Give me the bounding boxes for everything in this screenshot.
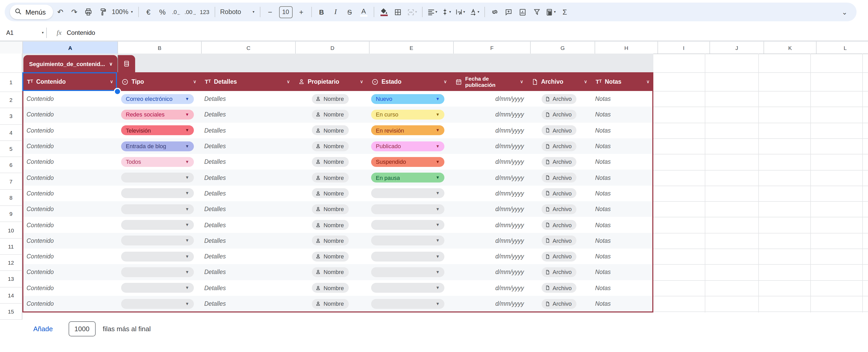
type-dropdown-chip[interactable]: ▼ <box>121 204 194 214</box>
functions-button[interactable]: Σ <box>558 5 571 19</box>
header-contenido[interactable]: TT Contenido∨ <box>22 72 117 91</box>
type-dropdown-chip[interactable]: ▼ <box>121 220 194 230</box>
owner-chip[interactable]: Nombre <box>312 157 348 167</box>
publish-date-cell[interactable]: d/mm/yyyy <box>495 112 524 118</box>
column-header-J[interactable]: J <box>710 41 764 54</box>
publish-date-cell[interactable]: d/mm/yyyy <box>495 96 524 102</box>
column-header-G[interactable]: G <box>531 41 595 54</box>
increase-decimal-button[interactable]: .00→ <box>184 5 197 19</box>
details-cell[interactable]: Detalles <box>204 285 226 291</box>
menus-search-button[interactable]: Menús <box>10 5 53 19</box>
file-chip[interactable]: Archivo <box>541 299 576 309</box>
content-cell[interactable]: Contenido <box>27 159 54 165</box>
row-header-9[interactable]: 9 <box>0 206 22 222</box>
content-cell[interactable]: Contenido <box>27 112 54 118</box>
undo-button[interactable]: ↶ <box>54 5 67 19</box>
type-dropdown-chip[interactable]: ▼ <box>121 188 194 198</box>
status-dropdown-chip[interactable]: ▼ <box>371 188 444 198</box>
notes-cell[interactable]: Notas <box>595 96 611 102</box>
font-size-input[interactable]: 10 <box>279 6 292 18</box>
notes-cell[interactable]: Notas <box>595 253 611 260</box>
owner-chip[interactable]: Nombre <box>312 220 348 230</box>
details-cell[interactable]: Detalles <box>204 190 226 197</box>
details-cell[interactable]: Detalles <box>204 222 226 228</box>
file-chip[interactable]: Archivo <box>541 220 576 230</box>
file-chip[interactable]: Archivo <box>541 252 576 261</box>
selection-handle[interactable] <box>114 88 121 95</box>
type-dropdown-chip[interactable]: Correo electrónico ▼ <box>121 94 194 104</box>
more-formats-button[interactable]: 123 <box>198 5 211 19</box>
italic-button[interactable]: I <box>329 5 342 19</box>
details-cell[interactable]: Detalles <box>204 269 226 275</box>
type-dropdown-chip[interactable]: ▼ <box>121 299 194 309</box>
status-dropdown-chip[interactable]: ▼ <box>371 236 444 246</box>
notes-cell[interactable]: Notas <box>595 206 611 212</box>
name-box[interactable]: A1 ▾ <box>0 30 44 36</box>
merge-cells-button[interactable]: ▾ <box>405 5 418 19</box>
notes-cell[interactable]: Notas <box>595 143 611 149</box>
status-dropdown-chip[interactable]: ▼ <box>371 283 444 293</box>
row-header-10[interactable]: 10 <box>0 222 22 239</box>
insert-comment-button[interactable] <box>502 5 515 19</box>
decrease-decimal-button[interactable]: .0← <box>170 5 183 19</box>
file-chip[interactable]: Archivo <box>541 110 576 120</box>
status-dropdown-chip[interactable]: ▼ <box>371 299 444 309</box>
status-dropdown-chip[interactable]: En pausa ▼ <box>371 173 444 182</box>
owner-chip[interactable]: Nombre <box>312 188 348 198</box>
status-dropdown-chip[interactable]: Suspendido ▼ <box>371 157 444 167</box>
publish-date-cell[interactable]: d/mm/yyyy <box>495 159 524 165</box>
status-dropdown-chip[interactable]: ▼ <box>371 252 444 261</box>
publish-date-cell[interactable]: d/mm/yyyy <box>495 206 524 212</box>
toolbar-collapse-button[interactable]: ⌄ <box>838 5 851 19</box>
status-dropdown-chip[interactable]: En curso ▼ <box>371 110 444 120</box>
owner-chip[interactable]: Nombre <box>312 299 348 309</box>
details-cell[interactable]: Detalles <box>204 159 226 165</box>
status-dropdown-chip[interactable]: ▼ <box>371 267 444 277</box>
publish-date-cell[interactable]: d/mm/yyyy <box>495 174 524 181</box>
file-chip[interactable]: Archivo <box>541 94 576 104</box>
content-cell[interactable]: Contenido <box>27 285 54 291</box>
content-cell[interactable]: Contenido <box>27 300 54 307</box>
type-dropdown-chip[interactable]: ▼ <box>121 173 194 182</box>
type-dropdown-chip[interactable]: ▼ <box>121 236 194 246</box>
type-dropdown-chip[interactable]: Entrada de blog ▼ <box>121 141 194 151</box>
owner-chip[interactable]: Nombre <box>312 252 348 261</box>
owner-chip[interactable]: Nombre <box>312 94 348 104</box>
column-header-E[interactable]: E <box>370 41 454 54</box>
content-cell[interactable]: Contenido <box>27 206 54 212</box>
insert-link-button[interactable] <box>488 5 501 19</box>
owner-chip[interactable]: Nombre <box>312 204 348 214</box>
details-cell[interactable]: Detalles <box>204 143 226 149</box>
file-chip[interactable]: Archivo <box>541 141 576 151</box>
redo-button[interactable]: ↷ <box>68 5 81 19</box>
publish-date-cell[interactable]: d/mm/yyyy <box>495 300 524 307</box>
file-chip[interactable]: Archivo <box>541 283 576 293</box>
row-header-1[interactable]: 1 <box>0 73 22 92</box>
increase-font-size-button[interactable]: + <box>294 5 308 19</box>
status-dropdown-chip[interactable]: Nuevo ▼ <box>371 94 444 104</box>
status-dropdown-chip[interactable]: Publicado ▼ <box>371 141 444 151</box>
owner-chip[interactable]: Nombre <box>312 110 348 120</box>
notes-cell[interactable]: Notas <box>595 159 611 165</box>
type-dropdown-chip[interactable]: Televisión ▼ <box>121 125 194 135</box>
insert-chart-button[interactable] <box>516 5 529 19</box>
borders-button[interactable] <box>391 5 405 19</box>
column-header-F[interactable]: F <box>454 41 531 54</box>
file-chip[interactable]: Archivo <box>541 188 576 198</box>
type-dropdown-chip[interactable]: ▼ <box>121 283 194 293</box>
paint-format-button[interactable] <box>96 5 109 19</box>
notes-cell[interactable]: Notas <box>595 269 611 275</box>
row-header-7[interactable]: 7 <box>0 173 22 190</box>
notes-cell[interactable]: Notas <box>595 174 611 181</box>
content-cell[interactable]: Contenido <box>27 174 54 181</box>
owner-chip[interactable]: Nombre <box>312 173 348 182</box>
column-header-L[interactable]: L <box>816 41 868 54</box>
content-cell[interactable]: Contenido <box>27 143 54 149</box>
notes-cell[interactable]: Notas <box>595 112 611 118</box>
owner-chip[interactable]: Nombre <box>312 267 348 277</box>
file-chip[interactable]: Archivo <box>541 204 576 214</box>
file-chip[interactable]: Archivo <box>541 236 576 246</box>
row-header-11[interactable]: 11 <box>0 238 22 255</box>
select-all-corner[interactable] <box>0 41 23 54</box>
table-name-chip[interactable]: Seguimiento_de_contenid... ∨ <box>23 55 135 72</box>
